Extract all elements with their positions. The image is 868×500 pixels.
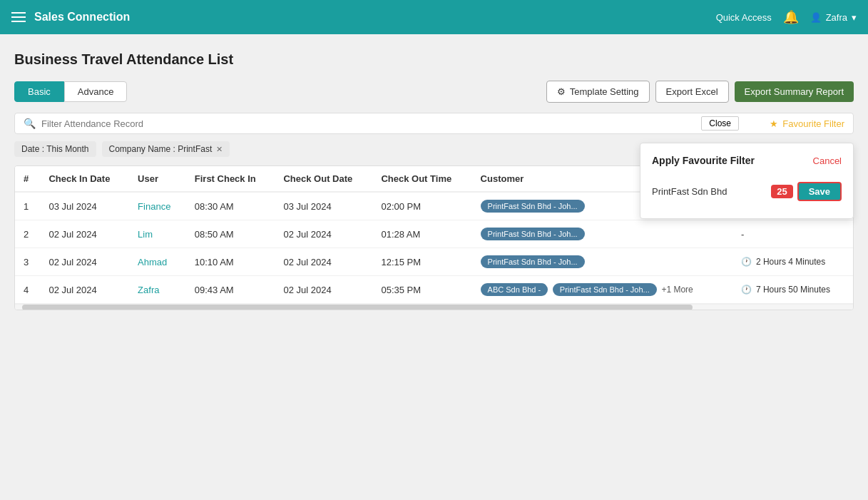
cell-check-in-date: 02 Jul 2024 xyxy=(40,248,129,276)
scrollbar-thumb xyxy=(22,305,693,310)
cell-first-check-in: 08:50 AM xyxy=(186,220,275,248)
customer-badge: PrintFast Sdn Bhd - Joh... xyxy=(481,255,585,268)
cell-customer: ABC Sdn Bhd - PrintFast Sdn Bhd - Joh...… xyxy=(472,276,732,304)
export-excel-button[interactable]: Export Excel xyxy=(655,81,729,103)
cell-check-in-date: 02 Jul 2024 xyxy=(40,220,129,248)
star-icon: ★ xyxy=(770,118,778,129)
user-link[interactable]: Zafra xyxy=(138,285,159,295)
fav-filter-item: PrintFast Sdn Bhd 25 Save xyxy=(652,176,842,207)
hamburger-menu[interactable] xyxy=(11,12,26,22)
cell-customer: PrintFast Sdn Bhd - Joh... xyxy=(472,248,732,276)
cell-duration: - xyxy=(732,220,853,248)
duration-text: 2 Hours 4 Minutes xyxy=(756,257,825,267)
cell-num: 3 xyxy=(15,248,40,276)
page-title: Business Travel Attendance List xyxy=(14,51,854,68)
fav-item-right: 25 Save xyxy=(771,182,842,201)
filter-chip-company: Company Name : PrintFast ✕ xyxy=(102,141,230,157)
cell-check-out-time: 12:15 PM xyxy=(372,248,471,276)
topnav-right: Quick Access 🔔 👤 Zafra ▾ xyxy=(716,9,857,25)
cell-check-in-date: 03 Jul 2024 xyxy=(40,192,129,220)
fav-popup-header: Apply Favourite Filter Cancel xyxy=(652,155,842,166)
col-num: # xyxy=(15,166,40,192)
col-user: User xyxy=(129,166,186,192)
brand-name: Sales Connection xyxy=(34,11,130,24)
user-link[interactable]: Finance xyxy=(138,201,170,212)
chip-date-label: Date : This Month xyxy=(21,144,89,154)
fav-filter-popup: Apply Favourite Filter Cancel PrintFast … xyxy=(640,143,854,219)
cell-num: 2 xyxy=(15,220,40,248)
chip-close-icon[interactable]: ✕ xyxy=(216,145,223,154)
cell-user: Ahmad xyxy=(129,248,186,276)
user-link[interactable]: Lim xyxy=(138,229,153,240)
chip-company-label: Company Name : PrintFast xyxy=(109,144,213,154)
cell-check-out-time: 02:00 PM xyxy=(372,192,471,220)
cell-check-out-date: 02 Jul 2024 xyxy=(275,248,372,276)
fav-cancel-button[interactable]: Cancel xyxy=(813,155,842,166)
chevron-down-icon: ▾ xyxy=(852,12,857,23)
tab-toolbar: Basic Advance ⚙ Template Setting Export … xyxy=(14,81,854,103)
fav-popup-title: Apply Favourite Filter xyxy=(652,155,755,166)
fav-save-button[interactable]: Save xyxy=(797,182,842,201)
scrollbar[interactable] xyxy=(15,304,853,310)
favourite-filter-button[interactable]: ★ Favourite Filter xyxy=(770,118,844,129)
search-area: 🔍 Close ★ Favourite Filter Apply Favouri… xyxy=(14,113,854,134)
cell-user: Finance xyxy=(129,192,186,220)
table-row: 4 02 Jul 2024 Zafra 09:43 AM 02 Jul 2024… xyxy=(15,276,853,304)
table-row: 2 02 Jul 2024 Lim 08:50 AM 02 Jul 2024 0… xyxy=(15,220,853,248)
user-menu[interactable]: 👤 Zafra ▾ xyxy=(810,12,857,23)
table-row: 3 02 Jul 2024 Ahmad 10:10 AM 02 Jul 2024… xyxy=(15,248,853,276)
clock-icon: 🕐 xyxy=(741,257,752,267)
customer-badge: PrintFast Sdn Bhd - Joh... xyxy=(481,228,585,240)
duration-text: 7 Hours 50 Minutes xyxy=(756,285,830,295)
customer-badge: PrintFast Sdn Bhd - Joh... xyxy=(481,200,585,213)
cell-duration: 🕐 2 Hours 4 Minutes xyxy=(732,248,853,276)
search-icon: 🔍 xyxy=(24,118,36,129)
cell-first-check-in: 10:10 AM xyxy=(186,248,275,276)
fav-item-name: PrintFast Sdn Bhd xyxy=(652,186,727,197)
user-link[interactable]: Ahmad xyxy=(138,257,167,267)
duration-text: - xyxy=(741,229,744,240)
cell-customer: PrintFast Sdn Bhd - Joh... xyxy=(472,220,732,248)
gear-icon: ⚙ xyxy=(557,86,566,97)
export-summary-button[interactable]: Export Summary Report xyxy=(735,81,854,102)
search-input[interactable] xyxy=(41,118,770,129)
cell-user: Zafra xyxy=(129,276,186,304)
cell-check-out-time: 01:28 AM xyxy=(372,220,471,248)
cell-first-check-in: 09:43 AM xyxy=(186,276,275,304)
col-first-check-in: First Check In xyxy=(186,166,275,192)
tab-advance[interactable]: Advance xyxy=(64,81,128,102)
user-name: Zafra xyxy=(826,12,847,23)
clock-icon: 🕐 xyxy=(741,285,752,295)
cell-check-in-date: 02 Jul 2024 xyxy=(40,276,129,304)
cell-num: 4 xyxy=(15,276,40,304)
bell-icon[interactable]: 🔔 xyxy=(783,10,799,24)
cell-duration: 🕐 7 Hours 50 Minutes xyxy=(732,276,853,304)
search-row: 🔍 Close ★ Favourite Filter xyxy=(14,113,854,134)
cell-num: 1 xyxy=(15,192,40,220)
tab-basic[interactable]: Basic xyxy=(14,81,64,102)
col-check-in-date: Check In Date xyxy=(40,166,129,192)
cell-first-check-in: 08:30 AM xyxy=(186,192,275,220)
toolbar-right: ⚙ Template Setting Export Excel Export S… xyxy=(546,81,854,103)
customer-badge: PrintFast Sdn Bhd - Joh... xyxy=(553,283,657,296)
cell-check-out-date: 02 Jul 2024 xyxy=(275,220,372,248)
cell-user: Lim xyxy=(129,220,186,248)
topnav: Sales Connection Quick Access 🔔 👤 Zafra … xyxy=(0,0,868,34)
cell-check-out-date: 02 Jul 2024 xyxy=(275,276,372,304)
cell-check-out-time: 05:35 PM xyxy=(372,276,471,304)
fav-badge-count: 25 xyxy=(771,185,792,198)
tabs: Basic Advance xyxy=(14,81,127,102)
col-check-out-date: Check Out Date xyxy=(275,166,372,192)
topnav-left: Sales Connection xyxy=(11,11,130,24)
close-popup-button[interactable]: Close xyxy=(701,116,739,131)
filter-chip-date: Date : This Month xyxy=(14,141,96,157)
user-icon: 👤 xyxy=(810,12,822,23)
quick-access-link[interactable]: Quick Access xyxy=(716,12,772,23)
customer-badge: ABC Sdn Bhd - xyxy=(481,283,548,296)
more-badge: +1 More xyxy=(661,285,693,295)
main-content: Business Travel Attendance List Basic Ad… xyxy=(0,34,868,325)
template-setting-button[interactable]: ⚙ Template Setting xyxy=(546,81,650,103)
col-check-out-time: Check Out Time xyxy=(372,166,471,192)
cell-check-out-date: 03 Jul 2024 xyxy=(275,192,372,220)
bell-wrapper: 🔔 xyxy=(783,9,799,25)
